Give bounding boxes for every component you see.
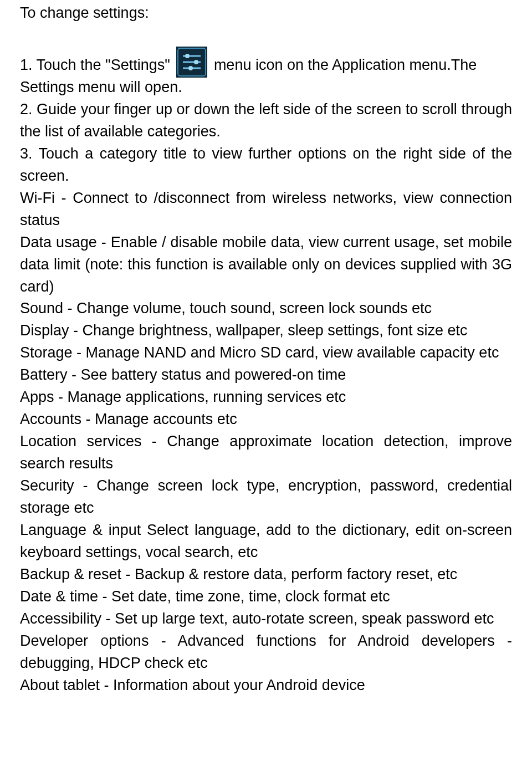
category-sound: Sound - Change volume, touch sound, scre…: [20, 298, 512, 320]
step-3: 3. Touch a category title to view furthe…: [20, 143, 512, 187]
step1-prefix: 1. Touch the "Settings": [20, 57, 170, 73]
step-2: 2. Guide your finger up or down the left…: [20, 99, 512, 143]
category-wifi: Wi-Fi - Connect to /disconnect from wire…: [20, 187, 512, 232]
step1-suffix: menu icon on the Application menu.The: [214, 57, 477, 73]
svg-point-7: [188, 66, 193, 70]
category-accessibility: Accessibility - Set up large text, auto-…: [20, 608, 512, 630]
svg-point-5: [194, 60, 198, 64]
category-apps: Apps - Manage applications, running serv…: [20, 386, 512, 409]
category-location: Location services - Change approximate l…: [20, 431, 512, 475]
category-date-time: Date & time - Set date, time zone, time,…: [20, 586, 512, 608]
category-display: Display - Change brightness, wallpaper, …: [20, 320, 512, 342]
category-security: Security - Change screen lock type, encr…: [20, 475, 512, 519]
category-language-input: Language & input Select language, add to…: [20, 519, 512, 564]
category-storage: Storage - Manage NAND and Micro SD card,…: [20, 342, 512, 364]
settings-icon: [176, 47, 207, 78]
category-about-tablet: About tablet - Information about your An…: [20, 675, 512, 697]
svg-point-3: [185, 54, 190, 58]
step-1: 1. Touch the "Settings" menu icon on the…: [20, 47, 512, 76]
step1-line2: Settings menu will open.: [20, 76, 512, 99]
category-backup-reset: Backup & reset - Backup & restore data, …: [20, 564, 512, 586]
category-data-usage: Data usage - Enable / disable mobile dat…: [20, 232, 512, 298]
category-accounts: Accounts - Manage accounts etc: [20, 409, 512, 431]
category-battery: Battery - See battery status and powered…: [20, 364, 512, 386]
heading-text: To change settings:: [20, 2, 512, 24]
category-developer-options: Developer options - Advanced functions f…: [20, 630, 512, 675]
